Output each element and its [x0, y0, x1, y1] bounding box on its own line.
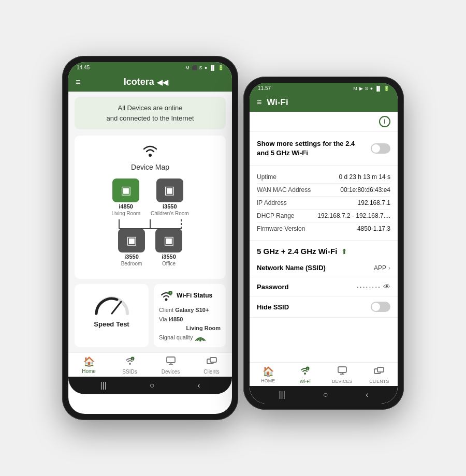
share-icon[interactable]: ⬆ — [341, 247, 347, 256]
wifi-status-rows: Client Galaxy S10+ Via i4850 Living Room… — [159, 306, 221, 342]
device-node-i3550b[interactable]: ▣ i3550 Bedroom — [118, 229, 145, 266]
nav-item-clients[interactable]: Clients — [191, 356, 232, 375]
bottom-cards: Speed Test ! Wi-Fi Status — [75, 284, 226, 347]
info-row-firmware: Firmware Version 4850-1.17.3 — [257, 222, 390, 235]
tree-row-bottom: ▣ i3550 Bedroom ▣ i3550 Office — [81, 229, 220, 266]
nav2-item-devices[interactable]: DEVICES — [324, 366, 361, 384]
svg-point-6 — [165, 299, 168, 301]
info-button-row: i — [250, 112, 398, 132]
status-line2: and connected to the Internet — [82, 113, 219, 124]
speed-test-label: Speed Test — [94, 320, 129, 328]
svg-point-0 — [149, 154, 152, 157]
phone1-content: All Devices are online and connected to … — [68, 92, 232, 352]
device-node-i3550c[interactable]: ▣ i3550 Office — [155, 229, 182, 266]
nav2-clients-icon — [373, 366, 385, 378]
status-icons-1: M ⬛ S ● ▐▌ 🔋 — [185, 65, 224, 70]
password-row[interactable]: Password ········ 👁 — [250, 277, 398, 296]
signal-quality-icon — [195, 334, 206, 341]
ssid-chevron: › — [388, 264, 390, 272]
clients-icon — [206, 356, 217, 368]
device-map-label: Device Map — [81, 163, 220, 171]
nav2-home-label: HOME — [261, 378, 275, 383]
svg-text:!: ! — [170, 292, 171, 295]
nav2-devices-icon — [337, 366, 348, 378]
ssid-row[interactable]: Network Name (SSID) APP › — [250, 259, 398, 277]
device-name-i4850: i4850 — [119, 203, 133, 210]
nav2-item-home[interactable]: 🏠 HOME — [250, 366, 287, 384]
nav2-clients-label: CLIENTS — [369, 379, 389, 384]
info-button[interactable]: i — [379, 116, 390, 127]
ssid-label: Network Name (SSID) — [257, 264, 326, 272]
device-loc-i3550c: Office — [162, 261, 176, 266]
speed-test-card[interactable]: Speed Test — [75, 284, 149, 347]
device-box-i4850: ▣ — [112, 178, 139, 202]
wifi-broadcast-icon — [81, 142, 220, 162]
wifi-toggle-switch[interactable] — [371, 143, 390, 154]
menu-icon-1[interactable]: ≡ — [76, 78, 80, 87]
nav-item-ssids[interactable]: ! SSIDs — [109, 356, 150, 375]
wifi-toggle-row: Show more settings for the 2.4 and 5 GHz… — [250, 132, 398, 166]
device-icon-i3550b: ▣ — [126, 234, 137, 247]
devices-icon — [165, 356, 177, 368]
eye-icon[interactable]: 👁 — [383, 282, 390, 291]
nav2-item-wifi[interactable]: ! Wi-Fi — [287, 366, 324, 384]
nav2-wifi-label: Wi-Fi — [300, 379, 311, 384]
hide-ssid-toggle[interactable] — [371, 302, 390, 312]
hide-ssid-label: Hide SSID — [257, 303, 289, 311]
nav2-devices-label: DEVICES — [332, 379, 353, 384]
tree-connectors — [96, 219, 204, 229]
wifi-status-icon: ! — [159, 289, 173, 302]
device-node-i3550a[interactable]: ▣ i3550 Children's Room — [151, 178, 189, 216]
device-map-section: Device Map ▣ i4850 Living Room — [75, 136, 226, 279]
recents-btn-1[interactable]: ‹ — [197, 381, 200, 390]
recents-btn-2[interactable]: ‹ — [366, 390, 368, 399]
app-title-1: Icotera ◀◀ — [85, 77, 206, 87]
device-icon-i3550a: ▣ — [164, 184, 175, 197]
info-row-dhcp: DHCP Range 192.168.7.2 - 192.168.7.... — [257, 210, 390, 222]
info-row-ip: IP Address 192.168.7.1 — [257, 197, 390, 210]
device-node-i4850[interactable]: ▣ i4850 Living Room — [111, 178, 140, 216]
wifi-status-card: ! Wi-Fi Status Client Galaxy S10+ Via i4… — [154, 284, 226, 347]
ssid-value: APP › — [374, 264, 390, 272]
device-map-title-area: Device Map — [81, 142, 220, 171]
wifi-toggle-label: Show more settings for the 2.4 and 5 GHz… — [257, 139, 371, 158]
password-dots: ········ — [357, 282, 381, 291]
device-name-i3550c: i3550 — [162, 254, 176, 260]
home-icon: 🏠 — [83, 356, 95, 367]
time-1: 14.45 — [77, 65, 90, 70]
status-line1: All Devices are online — [82, 103, 219, 113]
menu-icon-2[interactable]: ≡ — [257, 98, 261, 107]
device-box-i3550a: ▣ — [156, 178, 183, 202]
home-btn-1[interactable]: ○ — [150, 381, 155, 390]
nav2-item-clients[interactable]: CLIENTS — [361, 366, 398, 384]
nav-item-home[interactable]: 🏠 Home — [68, 356, 109, 375]
status-bar-2: 11.57 M ▶ S ● ▐▌ 🔋 — [250, 83, 398, 93]
svg-point-9 — [199, 339, 201, 341]
section-title-bar: 5 GHz + 2.4 GHz Wi-Fi ⬆ — [250, 241, 398, 259]
phone-left: 14.45 M ⬛ S ● ▐▌ 🔋 ≡ Icotera ◀◀ — [62, 56, 238, 420]
home-btn-2[interactable]: ○ — [323, 390, 328, 399]
svg-rect-13 — [167, 357, 175, 363]
status-bar-1: 14.45 M ⬛ S ● ▐▌ 🔋 — [68, 62, 232, 72]
password-value: ········ 👁 — [357, 282, 390, 291]
nav-devices-label: Devices — [162, 369, 180, 375]
hide-ssid-row: Hide SSID — [250, 296, 398, 318]
device-box-i3550c: ▣ — [155, 229, 182, 252]
bottom-nav-2: 🏠 HOME ! Wi-Fi — [250, 362, 398, 386]
nav2-wifi-icon: ! — [299, 366, 311, 378]
nav-clients-label: Clients — [203, 369, 220, 375]
svg-rect-26 — [377, 367, 384, 372]
info-row-uptime: Uptime 0 d 23 h 13 m 14 s — [257, 171, 390, 184]
back-btn-2[interactable]: ||| — [279, 390, 285, 399]
device-loc-i3550a: Children's Room — [151, 211, 189, 216]
device-icon-i3550c: ▣ — [164, 234, 174, 247]
phone-home-bar-2: ||| ○ ‹ — [250, 386, 398, 404]
nav-item-devices[interactable]: Devices — [150, 356, 191, 375]
wifi-status-title: Wi-Fi Status — [177, 292, 212, 299]
back-btn-1[interactable]: ||| — [100, 381, 106, 390]
status-banner: All Devices are online and connected to … — [75, 97, 226, 129]
device-box-i3550b: ▣ — [118, 229, 145, 252]
tree-row-top: ▣ i4850 Living Room ▣ i3550 Children' — [81, 178, 220, 216]
svg-point-19 — [304, 373, 306, 375]
device-tree: ▣ i4850 Living Room ▣ i3550 Children' — [81, 175, 220, 273]
